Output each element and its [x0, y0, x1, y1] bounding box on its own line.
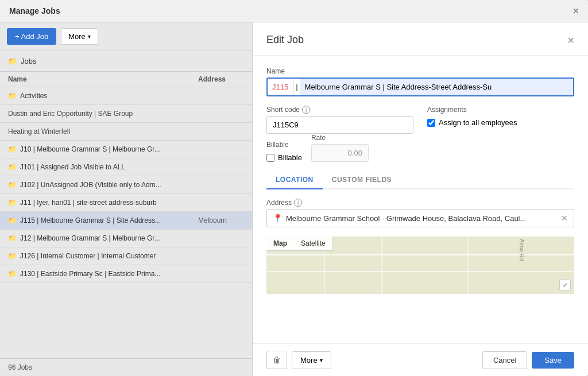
trash-icon: 🗑	[273, 355, 281, 365]
shortcode-assignments-row: Short code i Assignments Assign to all e…	[266, 106, 574, 134]
edit-header: Edit Job ×	[253, 22, 588, 56]
short-code-label: Short code i	[266, 106, 413, 114]
folder-icon: 📁	[8, 234, 17, 242]
manage-jobs-modal: Manage Jobs × + Add Job More ▾ 📁 Jobs Na…	[0, 0, 588, 376]
address-input-wrapper[interactable]: 📍 Melbourne Grammar School - Grimwade Ho…	[266, 209, 574, 227]
edit-body: Name J115 | Short code i	[253, 56, 588, 343]
main-area: + Add Job More ▾ 📁 Jobs Name Address 📁 A…	[0, 22, 588, 376]
folder-icon: 📁	[8, 57, 17, 65]
chevron-down-icon: ▾	[320, 357, 323, 363]
list-item[interactable]: 📁 J115 | Melbourne Grammar S | Site Addr…	[0, 212, 252, 230]
folder-icon: 📁	[8, 270, 17, 278]
map-road-vertical-3	[467, 237, 469, 294]
more-button[interactable]: More ▾	[61, 28, 98, 45]
folder-icon: 📁	[8, 163, 17, 171]
assignments-label: Assignments	[427, 106, 574, 114]
modal-close-button[interactable]: ×	[572, 6, 579, 16]
more-footer-label: More	[300, 356, 318, 365]
cancel-button[interactable]: Cancel	[482, 351, 527, 369]
map-road-horizontal-2	[266, 271, 574, 272]
list-item[interactable]: 📁 J11 | Iyer, hari01 | site-street addre…	[0, 194, 252, 212]
more-label: More	[68, 32, 86, 41]
tab-location[interactable]: LOCATION	[266, 171, 323, 189]
folder-icon: 📁	[8, 145, 17, 153]
right-panel: Edit Job × Name J115 |	[253, 22, 588, 376]
map-tab-satellite[interactable]: Satellite	[294, 237, 332, 250]
item-name: Dustin and Eric Opportunity | SAE Group	[8, 110, 244, 118]
list-item[interactable]: 📁 J12 | Melbourne Grammar S | Melbourne …	[0, 230, 252, 247]
tab-custom-fields[interactable]: CUSTOM FIELDS	[323, 171, 401, 189]
name-column-header: Name	[8, 75, 198, 83]
location-pin-icon: 📍	[273, 214, 283, 223]
map-view-tabs: Map Satellite	[266, 237, 333, 251]
item-name: J102 | UnAssigned JOB (Visible only to A…	[20, 181, 198, 189]
modal-title: Manage Jobs	[9, 6, 60, 15]
list-item[interactable]: 📁 J10 | Melbourne Grammar S | Melbourne …	[0, 141, 252, 158]
address-row: Address i 📍 Melbourne Grammar School - G…	[266, 199, 574, 227]
billable-checkbox-label[interactable]: Billable	[278, 153, 302, 162]
more-footer-button[interactable]: More ▾	[292, 351, 331, 369]
address-info-icon[interactable]: i	[294, 199, 302, 207]
item-name: J11 | Iyer, hari01 | site-street address…	[20, 199, 198, 207]
list-item[interactable]: 📁 J102 | UnAssigned JOB (Visible only to…	[0, 176, 252, 194]
list-item[interactable]: 📁 J126 | Internal Customer | Internal Cu…	[0, 247, 252, 265]
save-button[interactable]: Save	[532, 352, 574, 369]
name-separator: |	[293, 79, 300, 95]
item-name: J12 | Melbourne Grammar S | Melbourne Gr…	[20, 234, 198, 242]
folder-icon: 📁	[8, 252, 17, 260]
jobs-label: Jobs	[21, 57, 36, 65]
jobs-header: 📁 Jobs	[0, 51, 252, 72]
item-name: J130 | Eastside Primary Sc | Eastside Pr…	[20, 270, 198, 278]
list-item[interactable]: Heating at Winterfell	[0, 123, 252, 141]
assignments-col: Assignments Assign to all employees	[427, 106, 574, 134]
name-input-wrapper: J115 |	[266, 77, 574, 96]
tabs-bar: LOCATION CUSTOM FIELDS	[266, 171, 574, 189]
edit-footer: 🗑 More ▾ Cancel Save	[253, 343, 588, 376]
billable-label: Billable	[266, 141, 302, 149]
name-input[interactable]	[300, 79, 573, 95]
rate-input[interactable]	[311, 144, 369, 162]
assign-all-label[interactable]: Assign to all employees	[439, 118, 517, 127]
folder-icon: 📁	[8, 181, 17, 189]
folder-icon: 📁	[8, 92, 17, 100]
chevron-down-icon: ▾	[88, 33, 91, 40]
list-item[interactable]: 📁 J130 | Eastside Primary Sc | Eastside …	[0, 265, 252, 283]
add-job-button[interactable]: + Add Job	[7, 28, 56, 45]
map-road-label: Alma Rd	[515, 237, 528, 263]
list-header: Name Address	[0, 72, 252, 87]
left-toolbar: + Add Job More ▾	[0, 22, 252, 51]
billable-col: Billable Billable	[266, 141, 302, 162]
name-prefix: J115	[268, 79, 293, 95]
billable-checkbox-row: Billable	[266, 153, 302, 162]
folder-icon: 📁	[8, 216, 17, 224]
address-clear-button[interactable]: ✕	[561, 214, 568, 223]
address-label: Address i	[266, 199, 574, 207]
assign-all-checkbox[interactable]	[427, 119, 435, 127]
item-name: Activities	[20, 92, 244, 100]
short-code-info-icon[interactable]: i	[302, 106, 310, 114]
job-count: 96 Jobs	[0, 358, 252, 376]
list-item[interactable]: 📁 J101 | Assigned Job Visible to ALL	[0, 158, 252, 176]
shortcode-col: Short code i	[266, 106, 413, 134]
short-code-input[interactable]	[266, 116, 413, 134]
edit-close-button[interactable]: ×	[567, 34, 574, 46]
map-expand-button[interactable]: ⤢	[559, 279, 571, 290]
left-panel: + Add Job More ▾ 📁 Jobs Name Address 📁 A…	[0, 22, 253, 376]
list-item[interactable]: 📁 Activities	[0, 87, 252, 105]
item-name: J115 | Melbourne Grammar S | Site Addres…	[20, 216, 198, 224]
name-label: Name	[266, 67, 574, 75]
list-item[interactable]: Dustin and Eric Opportunity | SAE Group	[0, 105, 252, 123]
map-area: Alma Rd Map Satellite ⤢	[266, 237, 574, 294]
item-name: Heating at Winterfell	[8, 127, 244, 135]
delete-button[interactable]: 🗑	[266, 351, 287, 369]
folder-icon: 📁	[8, 199, 17, 207]
map-tab-map[interactable]: Map	[266, 237, 294, 250]
address-value: Melbourne Grammar School - Grimwade Hous…	[286, 214, 558, 223]
rate-label: Rate	[311, 134, 369, 142]
title-bar: Manage Jobs ×	[0, 0, 588, 22]
address-column-header: Address	[198, 75, 244, 83]
billable-checkbox[interactable]	[266, 154, 274, 162]
name-field-row: Name J115 |	[266, 67, 574, 96]
item-name: J126 | Internal Customer | Internal Cust…	[20, 252, 198, 260]
item-name: J101 | Assigned Job Visible to ALL	[20, 163, 198, 171]
